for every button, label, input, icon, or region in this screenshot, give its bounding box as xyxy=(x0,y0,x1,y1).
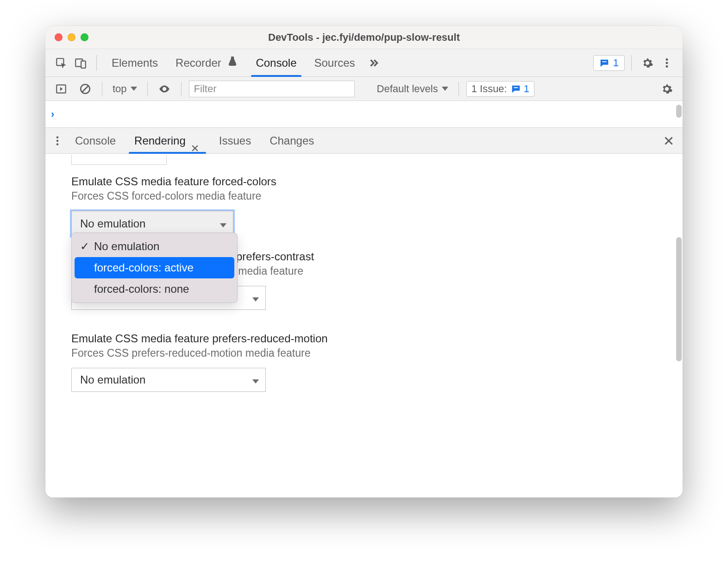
issues-pill[interactable]: 1 Issue: 1 xyxy=(466,81,534,97)
kebab-menu-icon[interactable] xyxy=(658,54,676,72)
rendering-panel: Emulate CSS media feature forced-colors … xyxy=(45,154,683,498)
option-label: forced-colors: active xyxy=(94,261,194,274)
levels-label: Default levels xyxy=(377,83,438,95)
select-value: No emulation xyxy=(80,217,145,230)
clear-console-icon[interactable] xyxy=(76,80,94,98)
svg-point-6 xyxy=(666,65,668,68)
message-icon xyxy=(511,84,521,94)
inspect-element-icon[interactable] xyxy=(52,54,70,72)
svg-rect-3 xyxy=(602,61,606,62)
separator xyxy=(96,55,97,71)
option-label: No emulation xyxy=(94,240,159,253)
console-toolbar: top Default levels 1 Issue: xyxy=(45,77,683,101)
svg-point-5 xyxy=(666,62,668,64)
context-label: top xyxy=(113,83,127,95)
console-prompt[interactable]: › xyxy=(45,101,683,128)
tab-sources[interactable]: Sources xyxy=(306,49,364,77)
messages-badge[interactable]: 1 xyxy=(593,55,625,71)
device-toggle-icon[interactable] xyxy=(71,54,90,72)
select-value: No emulation xyxy=(80,373,145,386)
issues-label: 1 Issue: xyxy=(471,83,507,95)
forced-colors-dropdown: ✓ No emulation forced-colors: active for… xyxy=(71,233,238,303)
check-icon: ✓ xyxy=(80,240,89,253)
drawer-tab-console[interactable]: Console xyxy=(67,128,124,154)
tab-console[interactable]: Console xyxy=(247,49,305,77)
setting-desc: Forces CSS forced-colors media feature xyxy=(71,190,683,202)
setting-title: Emulate CSS media feature forced-colors xyxy=(71,175,683,188)
devtools-window: DevTools - jec.fyi/demo/pup-slow-result … xyxy=(45,26,683,498)
option-label: forced-colors: none xyxy=(94,283,189,296)
drawer-tab-rendering-label: Rendering xyxy=(134,128,186,154)
drawer-tab-rendering[interactable]: Rendering xyxy=(126,128,209,154)
prefers-reduced-motion-select[interactable]: No emulation xyxy=(71,368,266,392)
chevron-down-icon xyxy=(218,217,226,230)
titlebar: DevTools - jec.fyi/demo/pup-slow-result xyxy=(45,26,683,49)
window-title: DevTools - jec.fyi/demo/pup-slow-result xyxy=(45,32,683,44)
log-levels-selector[interactable]: Default levels xyxy=(374,83,451,95)
desc-tail: st media feature xyxy=(227,265,303,277)
chevron-down-icon xyxy=(251,291,259,304)
tab-recorder-label: Recorder xyxy=(176,57,221,69)
more-tabs-chevron-icon[interactable] xyxy=(364,54,383,72)
setting-forced-colors: Emulate CSS media feature forced-colors … xyxy=(71,175,683,236)
close-drawer-icon[interactable] xyxy=(659,132,678,150)
setting-title: Emulate CSS media feature prefers-reduce… xyxy=(71,332,683,345)
svg-point-10 xyxy=(56,136,59,139)
svg-rect-9 xyxy=(514,87,518,88)
execution-context-selector[interactable]: top xyxy=(110,83,140,95)
message-icon xyxy=(599,58,609,68)
console-settings-gear-icon[interactable] xyxy=(658,80,676,98)
settings-gear-icon[interactable] xyxy=(638,54,657,72)
separator xyxy=(631,55,632,71)
flask-icon xyxy=(227,49,238,60)
filter-input[interactable] xyxy=(189,81,355,97)
svg-point-4 xyxy=(666,58,668,60)
title-tail: e prefers-contrast xyxy=(227,250,314,263)
svg-rect-2 xyxy=(81,61,86,68)
svg-point-12 xyxy=(56,143,59,145)
dropdown-option-none[interactable]: forced-colors: none xyxy=(75,278,234,300)
chevron-down-icon xyxy=(251,373,259,386)
messages-count: 1 xyxy=(613,57,619,69)
tab-elements[interactable]: Elements xyxy=(103,49,166,77)
issues-count: 1 xyxy=(524,83,529,95)
separator xyxy=(147,82,148,96)
drawer-kebab-icon[interactable] xyxy=(50,132,65,150)
setting-desc: Forces CSS prefers-reduced-motion media … xyxy=(71,347,683,359)
separator xyxy=(181,82,182,96)
separator xyxy=(458,82,459,96)
drawer-tabstrip: Console Rendering Issues Changes xyxy=(45,128,683,154)
cropped-select[interactable] xyxy=(71,155,167,165)
setting-prefers-reduced-motion: Emulate CSS media feature prefers-reduce… xyxy=(71,332,683,392)
chevron-down-icon xyxy=(442,87,448,91)
close-tab-icon[interactable] xyxy=(189,135,201,146)
drawer-tab-changes[interactable]: Changes xyxy=(261,128,322,154)
prompt-chevron-icon: › xyxy=(51,108,54,120)
live-expression-eye-icon[interactable] xyxy=(155,80,174,98)
separator xyxy=(102,82,102,96)
dropdown-option-no-emulation[interactable]: ✓ No emulation xyxy=(75,236,234,257)
drawer-tab-issues[interactable]: Issues xyxy=(211,128,259,154)
tab-recorder[interactable]: Recorder xyxy=(167,49,246,77)
chevron-down-icon xyxy=(131,87,137,91)
main-toolbar: Elements Recorder Console Sources 1 xyxy=(45,49,683,77)
svg-point-11 xyxy=(56,139,59,142)
dropdown-option-active[interactable]: forced-colors: active xyxy=(75,257,234,278)
scrollbar-thumb[interactable] xyxy=(676,105,682,118)
toggle-sidebar-icon[interactable] xyxy=(52,80,70,98)
